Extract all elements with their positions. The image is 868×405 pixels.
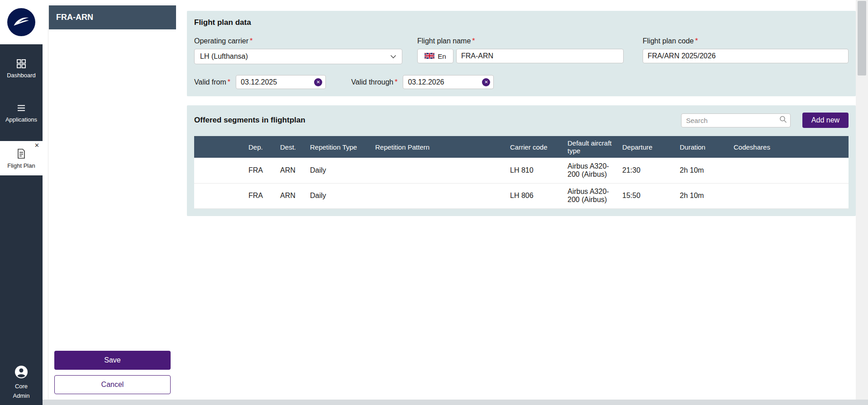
table-cell: LH 806 [506, 183, 563, 208]
flight-plan-name-input[interactable] [456, 49, 624, 63]
clear-date-icon[interactable]: ✕ [314, 78, 322, 86]
sidebar-item-label: Applications [5, 116, 37, 123]
required-asterisk: * [395, 78, 397, 86]
table-row[interactable]: FRAARNDailyLH 806Airbus A320-200 (Airbus… [194, 183, 849, 208]
sidebar-item-core-admin[interactable]: Core Admin [13, 365, 30, 400]
valid-from-datebox: ✕ [236, 75, 326, 89]
segments-table: Dep.Dest.Repetition TypeRepetition Patte… [194, 136, 849, 209]
flight-plan-data-card: Flight plan data Operating carrier* LH (… [187, 11, 856, 96]
table-cell: FRA [244, 158, 276, 183]
table-header-row: Dep.Dest.Repetition TypeRepetition Patte… [194, 136, 849, 158]
valid-through-label: Valid through* [351, 78, 397, 86]
valid-from-label: Valid from* [194, 78, 230, 86]
table-cell: 15:50 [618, 183, 675, 208]
table-cell [194, 158, 244, 183]
required-asterisk: * [228, 78, 230, 86]
chevron-down-icon [390, 52, 396, 61]
window-bottom-strip [43, 400, 868, 405]
card-title: Flight plan data [194, 18, 849, 27]
flight-plan-code-field-group: Flight plan code* [643, 37, 849, 64]
panel-buttons: Save Cancel [49, 351, 176, 400]
flight-plan-code-input[interactable] [643, 49, 849, 63]
save-button[interactable]: Save [54, 351, 171, 370]
table-cell [371, 158, 506, 183]
cancel-button[interactable]: Cancel [54, 375, 171, 394]
table-cell: Airbus A320-200 (Airbus) [563, 158, 618, 183]
add-new-button[interactable]: Add new [802, 113, 849, 128]
scrollbar-thumb[interactable] [858, 1, 866, 75]
column-header: Repetition Type [305, 136, 371, 158]
detail-panel: FRA-ARN Save Cancel [49, 5, 176, 400]
table-cell [729, 158, 849, 183]
table-cell: 2h 10m [675, 183, 729, 208]
sidebar-item-dashboard[interactable]: Dashboard [0, 54, 43, 83]
flight-plan-document-icon [16, 148, 26, 159]
sidebar-item-label: Dashboard [7, 72, 36, 79]
app-window: Dashboard Applications ✕ Flight Plan [0, 0, 868, 405]
table-cell [729, 183, 849, 208]
column-header: Dest. [276, 136, 305, 158]
column-header: Codeshares [729, 136, 849, 158]
language-selector-button[interactable]: En [417, 49, 453, 63]
form-row-2: Valid from* ✕ Valid through* ✕ [194, 75, 849, 89]
table-cell: 21:30 [618, 158, 675, 183]
operating-carrier-select[interactable]: LH (Lufthansa) [194, 49, 402, 64]
table-cell: FRA [244, 183, 276, 208]
search-icon [779, 116, 787, 125]
table-cell: ARN [276, 183, 305, 208]
required-asterisk: * [695, 37, 698, 45]
table-row[interactable]: FRAARNDailyLH 810Airbus A320-200 (Airbus… [194, 158, 849, 183]
table-cell: ARN [276, 158, 305, 183]
dashboard-grid-icon [16, 59, 26, 69]
vertical-scrollbar[interactable] [856, 0, 868, 400]
uk-flag-icon [424, 52, 434, 60]
sidebar-item-flight-plan[interactable]: ✕ Flight Plan [0, 141, 43, 175]
close-icon[interactable]: ✕ [34, 142, 39, 148]
required-asterisk: * [250, 37, 253, 45]
applications-list-icon [16, 103, 26, 113]
valid-through-datebox: ✕ [403, 75, 494, 89]
core-admin-label-line2: Admin [13, 392, 30, 400]
operating-carrier-field-group: Operating carrier* LH (Lufthansa) [194, 37, 402, 64]
sidebar-gap [43, 0, 49, 405]
sidebar-item-applications[interactable]: Applications [0, 99, 43, 127]
user-profile-icon [14, 365, 29, 381]
lufthansa-crane-logo-icon [7, 8, 35, 36]
valid-through-input[interactable] [403, 75, 494, 89]
column-header: Dep. [244, 136, 276, 158]
sidebar-item-label: Flight Plan [7, 162, 35, 169]
table-cell [371, 183, 506, 208]
table-cell: Airbus A320-200 (Airbus) [563, 183, 618, 208]
column-header: Repetition Pattern [371, 136, 506, 158]
column-header: Carrier code [506, 136, 563, 158]
operating-carrier-value: LH (Lufthansa) [200, 52, 390, 61]
segments-title: Offered segments in flightplan [194, 116, 681, 125]
table-cell: Daily [305, 158, 371, 183]
search-input[interactable] [681, 113, 791, 127]
offered-segments-card: Offered segments in flightplan Add new [187, 105, 856, 216]
core-admin-label-line1: Core [15, 383, 28, 390]
required-asterisk: * [472, 37, 475, 45]
operating-carrier-label: Operating carrier* [194, 37, 402, 45]
flight-plan-name-label: Flight plan name* [417, 37, 624, 45]
segments-header: Offered segments in flightplan Add new [194, 113, 849, 128]
panel-title: FRA-ARN [49, 5, 176, 29]
sidebar: Dashboard Applications ✕ Flight Plan [0, 0, 43, 405]
column-header [194, 136, 244, 158]
column-header: Duration [675, 136, 729, 158]
segments-search [681, 113, 791, 127]
table-cell: Daily [305, 183, 371, 208]
table-cell [194, 183, 244, 208]
clear-date-icon[interactable]: ✕ [482, 78, 490, 86]
valid-from-input[interactable] [236, 75, 326, 89]
form-row-1: Operating carrier* LH (Lufthansa) Flight… [194, 37, 849, 64]
table-cell: 2h 10m [675, 158, 729, 183]
language-code: En [438, 52, 446, 60]
main-content: Flight plan data Operating carrier* LH (… [176, 0, 856, 400]
panel-body [49, 29, 176, 351]
table-cell: LH 810 [506, 158, 563, 183]
column-header: Default aircraft type [563, 136, 618, 158]
flight-plan-name-field-group: Flight plan name* [417, 37, 624, 64]
column-header: Departure [618, 136, 675, 158]
logo-box[interactable] [0, 0, 43, 44]
